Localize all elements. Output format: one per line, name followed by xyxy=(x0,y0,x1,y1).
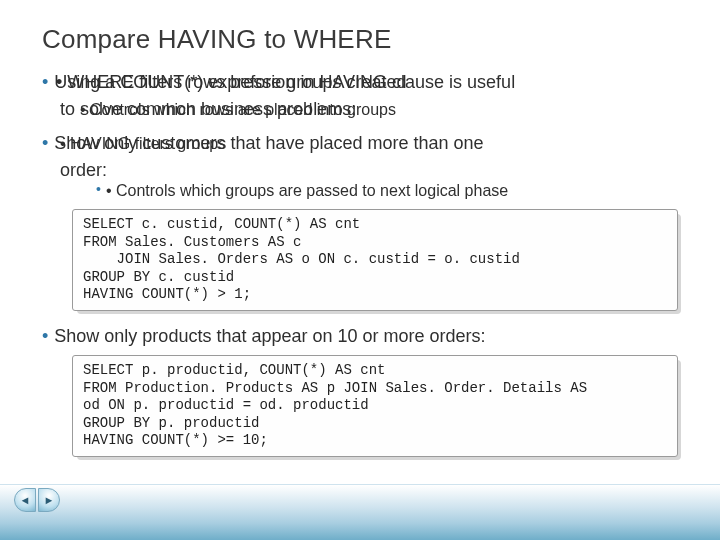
chevron-left-icon: ◄ xyxy=(20,494,31,506)
bullet-5-text: • Controls which groups are passed to ne… xyxy=(106,181,508,201)
nav-buttons: ◄ ► xyxy=(14,488,60,512)
bullet-4: order: xyxy=(42,159,678,182)
prev-slide-button[interactable]: ◄ xyxy=(14,488,36,512)
bullet-3: • Show only customers that have placed m… xyxy=(42,132,678,155)
code-1-text: SELECT c. custid, COUNT(*) AS cnt FROM S… xyxy=(72,209,678,311)
code-block-1: SELECT c. custid, COUNT(*) AS cnt FROM S… xyxy=(72,209,678,311)
code-2-text: SELECT p. productid, COUNT(*) AS cnt FRO… xyxy=(72,355,678,457)
sub-bullet-dot: • xyxy=(96,181,101,199)
chevron-right-icon: ► xyxy=(44,494,55,506)
bullet-2-text-b: • Controls which rows are placed into gr… xyxy=(80,100,396,120)
footer-gradient xyxy=(0,484,720,540)
bullet-dot: • xyxy=(42,325,48,348)
bullet-6: • Show only products that appear on 10 o… xyxy=(42,325,678,348)
bullet-1-text-b: • WHERE filters rows before groups creat… xyxy=(56,71,406,94)
bullet-dot: • xyxy=(42,71,48,94)
bullet-list: • Using a COUNT(*) expression in HAVING … xyxy=(42,71,678,457)
bullet-6-text: Show only products that appear on 10 or … xyxy=(54,325,485,348)
slide-body: Compare HAVING to WHERE • Using a COUNT(… xyxy=(0,0,720,457)
bullet-2: to solve common business problems: • Con… xyxy=(42,98,678,121)
bullet-dot: • xyxy=(42,132,48,155)
bullet-4-text: order: xyxy=(60,159,107,182)
slide-title: Compare HAVING to WHERE xyxy=(42,24,678,55)
next-slide-button[interactable]: ► xyxy=(38,488,60,512)
bullet-3-text-b: • HAVING filters groups xyxy=(60,134,226,154)
bullet-5: • • Controls which groups are passed to … xyxy=(42,181,678,201)
bullet-1: • Using a COUNT(*) expression in HAVING … xyxy=(42,71,678,94)
code-block-2: SELECT p. productid, COUNT(*) AS cnt FRO… xyxy=(72,355,678,457)
